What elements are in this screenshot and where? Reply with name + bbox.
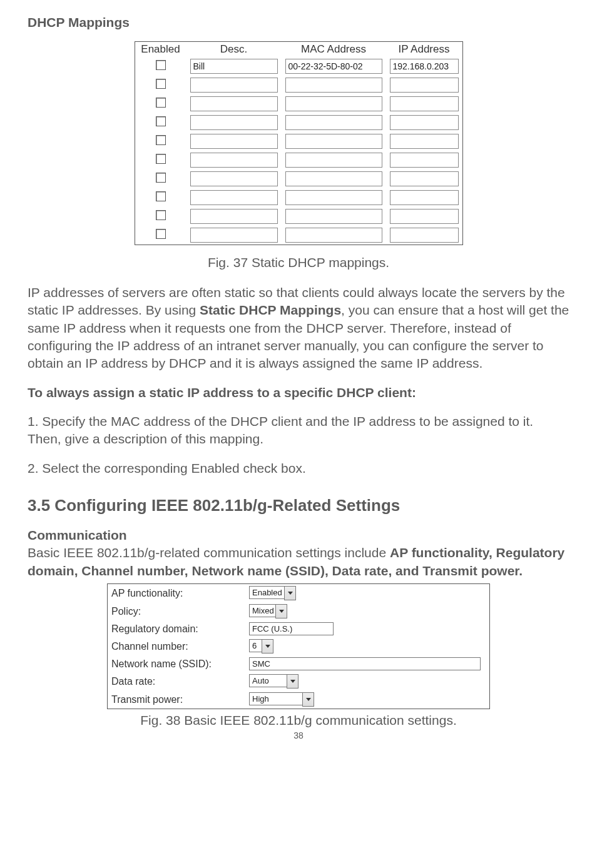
input-mac-address[interactable] [285, 153, 382, 168]
input-ip-address[interactable]: 192.168.0.203 [390, 59, 459, 74]
input-mac-address[interactable]: 00-22-32-5D-80-02 [285, 59, 382, 74]
figure-37-caption: Fig. 37 Static DHCP mappings. [28, 255, 569, 270]
input-ip-address[interactable] [390, 153, 459, 168]
label-ap-functionality: AP functionality: [111, 588, 249, 599]
table-row [135, 226, 462, 245]
label-network-name-ssid: Network name (SSID): [111, 659, 249, 670]
input-ip-address[interactable] [390, 78, 459, 93]
paragraph-static-dhcp: IP addresses of servers are often static… [28, 284, 569, 373]
step-2: 2. Select the corresponding Enabled chec… [28, 460, 569, 477]
table-row [135, 188, 462, 207]
select-value: High [249, 692, 302, 705]
input-desc[interactable] [190, 78, 278, 93]
enabled-checkbox[interactable] [156, 191, 166, 201]
select-value: 6 [249, 639, 262, 652]
figure-38-caption: Fig. 38 Basic IEEE 802.11b/g communicati… [28, 713, 569, 728]
enabled-checkbox[interactable] [156, 60, 166, 70]
input-desc[interactable] [190, 115, 278, 130]
input-ip-address[interactable] [390, 115, 459, 130]
col-enabled: Enabled [135, 42, 186, 58]
enabled-checkbox[interactable] [156, 173, 166, 183]
select-channel-number[interactable]: 6 [249, 639, 273, 654]
input-ip-address[interactable] [390, 190, 459, 205]
input-ip-address[interactable] [390, 209, 459, 224]
input-ip-address[interactable] [390, 228, 459, 243]
step-1: 1. Specify the MAC address of the DHCP c… [28, 413, 569, 448]
select-value: Auto [249, 674, 287, 687]
communication-settings-panel: AP functionality: Enabled Policy: Mixed … [107, 583, 490, 709]
input-mac-address[interactable] [285, 115, 382, 130]
text: Basic IEEE 802.11b/g-related communicati… [28, 545, 390, 560]
label-transmit-power: Transmit power: [111, 694, 249, 705]
page-number: 38 [28, 730, 569, 740]
input-mac-address[interactable] [285, 96, 382, 111]
input-desc[interactable] [190, 134, 278, 149]
input-desc[interactable] [190, 171, 278, 186]
select-data-rate[interactable]: Auto [249, 674, 298, 689]
table-row: Bill00-22-32-5D-80-02192.168.0.203 [135, 57, 462, 76]
chevron-down-icon [302, 692, 314, 707]
chevron-down-icon [262, 639, 273, 654]
col-mac: MAC Address [282, 42, 386, 58]
label-policy: Policy: [111, 606, 249, 617]
chevron-down-icon [284, 586, 296, 600]
enabled-checkbox[interactable] [156, 210, 166, 220]
select-policy[interactable]: Mixed [249, 604, 287, 618]
dhcp-mappings-table: Enabled Desc. MAC Address IP Address Bil… [135, 41, 463, 245]
table-row [135, 113, 462, 132]
table-row [135, 94, 462, 113]
enabled-checkbox[interactable] [156, 116, 166, 126]
input-mac-address[interactable] [285, 190, 382, 205]
label-data-rate: Data rate: [111, 676, 249, 687]
chevron-down-icon [275, 604, 287, 618]
input-desc[interactable] [190, 96, 278, 111]
heading-assign-static: To always assign a static IP address to … [28, 384, 569, 401]
heading-communication: Communication [28, 528, 127, 542]
label-channel-number: Channel number: [111, 641, 249, 652]
enabled-checkbox[interactable] [156, 79, 166, 89]
input-mac-address[interactable] [285, 134, 382, 149]
enabled-checkbox[interactable] [156, 229, 166, 239]
input-desc[interactable] [190, 153, 278, 168]
input-desc[interactable]: Bill [190, 59, 278, 74]
enabled-checkbox[interactable] [156, 98, 166, 108]
paragraph-communication: Communication Basic IEEE 802.11b/g-relat… [28, 527, 569, 580]
table-row [135, 169, 462, 188]
input-mac-address[interactable] [285, 171, 382, 186]
input-desc[interactable] [190, 209, 278, 224]
label-regulatory-domain: Regulatory domain: [111, 623, 249, 635]
input-regulatory-domain[interactable]: FCC (U.S.) [249, 622, 334, 635]
input-ip-address[interactable] [390, 134, 459, 149]
enabled-checkbox[interactable] [156, 154, 166, 164]
heading-dhcp-mappings: DHCP Mappings [28, 15, 569, 30]
select-ap-functionality[interactable]: Enabled [249, 586, 296, 600]
input-mac-address[interactable] [285, 209, 382, 224]
col-ip: IP Address [386, 42, 463, 58]
input-ip-address[interactable] [390, 96, 459, 111]
heading-configuring-ieee: 3.5 Configuring IEEE 802.11b/g-Related S… [28, 496, 569, 515]
table-row [135, 207, 462, 226]
table-row [135, 132, 462, 151]
select-value: Mixed [249, 604, 275, 617]
enabled-checkbox[interactable] [156, 135, 166, 145]
input-ssid[interactable]: SMC [249, 657, 481, 670]
input-mac-address[interactable] [285, 78, 382, 93]
col-desc: Desc. [186, 42, 282, 58]
table-row [135, 76, 462, 94]
select-value: Enabled [249, 586, 284, 599]
input-desc[interactable] [190, 190, 278, 205]
input-mac-address[interactable] [285, 228, 382, 243]
select-transmit-power[interactable]: High [249, 692, 314, 707]
input-ip-address[interactable] [390, 171, 459, 186]
input-desc[interactable] [190, 228, 278, 243]
text-bold: Static DHCP Mappings [200, 303, 341, 317]
table-row [135, 151, 462, 169]
chevron-down-icon [287, 674, 298, 689]
